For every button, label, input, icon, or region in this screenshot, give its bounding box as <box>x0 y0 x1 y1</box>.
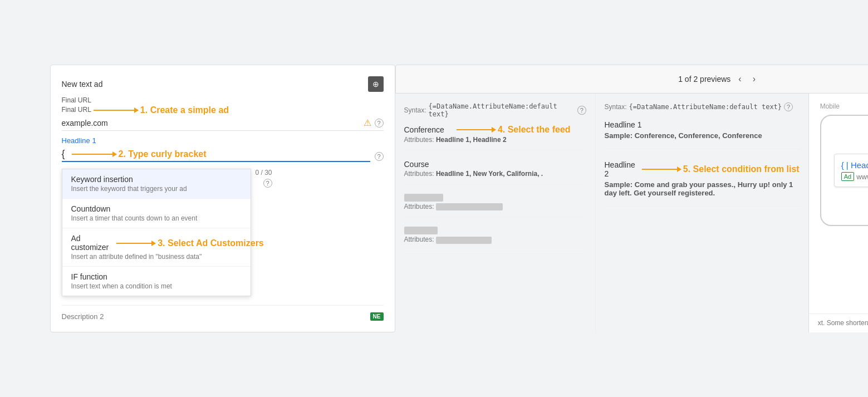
attr-headline2-sample: Sample: Come and grab your passes., Hurr… <box>605 180 800 197</box>
help-icon-url[interactable]: ? <box>375 119 384 128</box>
ad-card: { | Headline 2 i Ad www.example.com <box>834 154 868 187</box>
feed-syntax-code: {=DataName.AttributeName:default text} <box>429 102 576 118</box>
mobile-label: Mobile <box>820 102 868 110</box>
feed-syntax-row: Syntax: {=DataName.AttributeName:default… <box>404 102 586 118</box>
ad-header: New text ad ⊕ <box>62 76 384 92</box>
feed-syntax-label: Syntax: <box>404 106 426 114</box>
annotation-2-label: 2. Type curly bracket <box>119 149 207 159</box>
attr-syntax-row: Syntax: {=DataName.AttributeName:default… <box>605 102 800 111</box>
ad-card-headline-text: { | Headline 2 <box>841 160 868 170</box>
attr-headline1-sample: Sample: Conference, Conference, Conferen… <box>605 131 800 140</box>
right-content: Syntax: {=DataName.AttributeName:default… <box>395 94 869 332</box>
attr-headline1-name: Headline 1 <box>605 120 800 129</box>
help-icon-headline1[interactable]: ? <box>375 152 384 161</box>
attr-section-headline2: Headline 2 5. Select condition from list… <box>605 160 800 207</box>
feed-entry-blurred-2[interactable]: Attributes: <box>404 227 586 251</box>
dropdown-item-if-desc: Insert text when a condition is met <box>71 282 242 290</box>
ad-icon-button[interactable]: ⊕ <box>368 76 384 92</box>
feed-entry-blurred-1[interactable]: Attributes: <box>404 194 586 218</box>
description2-label: Description 2 <box>62 312 104 321</box>
prev-preview-button[interactable]: ‹ <box>735 73 744 85</box>
attr-section-headline1: Headline 1 Sample: Conference, Conferenc… <box>605 120 800 149</box>
blurred-name-2 <box>404 227 438 234</box>
feed-attrs-conference: Attributes: Headline 1, Headline 2 <box>404 136 586 144</box>
insertion-dropdown: Keyword insertion Insert the keyword tha… <box>62 169 251 296</box>
attr-syntax-code: {=DataName.AttributeName:default text} <box>629 103 782 111</box>
warning-icon: ⚠ <box>364 117 371 128</box>
feed-attrs-blurred-2: Attributes: <box>404 236 586 243</box>
dropdown-item-customizer-title: Ad customizer <box>71 234 109 252</box>
dropdown-item-countdown-title: Countdown <box>71 204 242 213</box>
blurred-attrs-1 <box>436 203 503 210</box>
preview-count: 1 of 2 previews <box>678 75 730 84</box>
preview-bar: 1 of 2 previews ‹ › <box>395 65 869 94</box>
dropdown-item-countdown-desc: Insert a timer that counts down to an ev… <box>71 214 242 222</box>
dropdown-item-countdown[interactable]: Countdown Insert a timer that counts dow… <box>62 199 251 228</box>
dropdown-item-ad-customizer[interactable]: Ad customizer 3. Select Ad Customizers I… <box>62 228 251 267</box>
annotation-4-label: 4. Select the feed <box>498 125 571 135</box>
ad-title: New text ad <box>62 80 103 89</box>
description2-label-row: Description 2 NE <box>62 312 384 321</box>
attr-syntax-label: Syntax: <box>605 103 627 111</box>
feed-name-conference: Conference 4. Select the feed <box>404 125 586 135</box>
ad-card-url-row: Ad www.example.com <box>841 172 868 181</box>
dropdown-item-keyword-desc: Insert the keyword that triggers your ad <box>71 185 242 193</box>
mobile-preview-column: Mobile { | Headline 2 i Ad www.example.c… <box>808 94 868 332</box>
feed-panel: Syntax: {=DataName.AttributeName:default… <box>395 94 596 332</box>
feed-name-blurred-2 <box>404 227 586 234</box>
mobile-device: { | Headline 2 i Ad www.example.com <box>820 115 868 226</box>
description2-section: Description 2 NE <box>62 305 384 321</box>
attr-help-icon[interactable]: ? <box>784 102 793 111</box>
annotation-5-label: 5. Select condition from list <box>683 164 800 174</box>
headline1-counter: 0 / 30 <box>256 169 272 177</box>
blurred-attrs-2 <box>436 237 492 244</box>
dropdown-item-if-function[interactable]: IF function Insert text when a condition… <box>62 267 251 296</box>
final-url-value: example.com <box>62 119 108 128</box>
annotation-1-label: 1. Create a simple ad <box>140 105 229 115</box>
left-panel: New text ad ⊕ Final URL Final URL 1. Cre… <box>50 65 395 332</box>
feed-name-course: Course <box>404 160 586 169</box>
attr-panel: Syntax: {=DataName.AttributeName:default… <box>596 94 808 332</box>
next-preview-button[interactable]: › <box>749 73 759 85</box>
dropdown-item-if-title: IF function <box>71 272 242 281</box>
blurred-name-1 <box>404 194 443 202</box>
final-url-label: Final URL <box>62 96 91 104</box>
feed-name-blurred-1 <box>404 194 586 202</box>
final-url-label-2: Final URL <box>62 106 91 114</box>
feed-help-icon[interactable]: ? <box>577 106 586 115</box>
right-section: 1 of 2 previews ‹ › Syntax: {=DataName.A… <box>395 65 869 332</box>
feed-entry-course[interactable]: Course Attributes: Headline 1, New York,… <box>404 160 586 185</box>
dropdown-item-customizer-desc: Insert an attribute defined in "business… <box>71 253 242 261</box>
dropdown-item-keyword-title: Keyword insertion <box>71 175 242 184</box>
headline1-label: Headline 1 <box>62 136 96 145</box>
feed-attrs-blurred-1: Attributes: <box>404 203 586 210</box>
ad-badge: Ad <box>841 172 854 181</box>
attr-headline2-name: Headline 2 <box>605 160 635 178</box>
dropdown-item-keyword[interactable]: Keyword insertion Insert the keyword tha… <box>62 169 251 199</box>
headline1-input[interactable]: { <box>62 148 65 160</box>
new-badge: NE <box>370 312 384 321</box>
annotation-3-label: 3. Select Ad Customizers <box>158 238 264 248</box>
feed-attrs-course: Attributes: Headline 1, New York, Califo… <box>404 170 586 178</box>
ad-card-headline-row: { | Headline 2 i <box>841 160 868 170</box>
final-url-row: Final URL <box>62 96 384 105</box>
mobile-preview-area: Mobile { | Headline 2 i Ad www.example.c… <box>809 94 868 313</box>
help-icon-counter[interactable]: ? <box>263 179 272 188</box>
shortening-note: xt. Some shortening may also occur in so… <box>809 313 868 332</box>
feed-entry-conference[interactable]: Conference 4. Select the feed Attributes… <box>404 125 586 151</box>
ad-url-text: www.example.com <box>856 173 868 181</box>
